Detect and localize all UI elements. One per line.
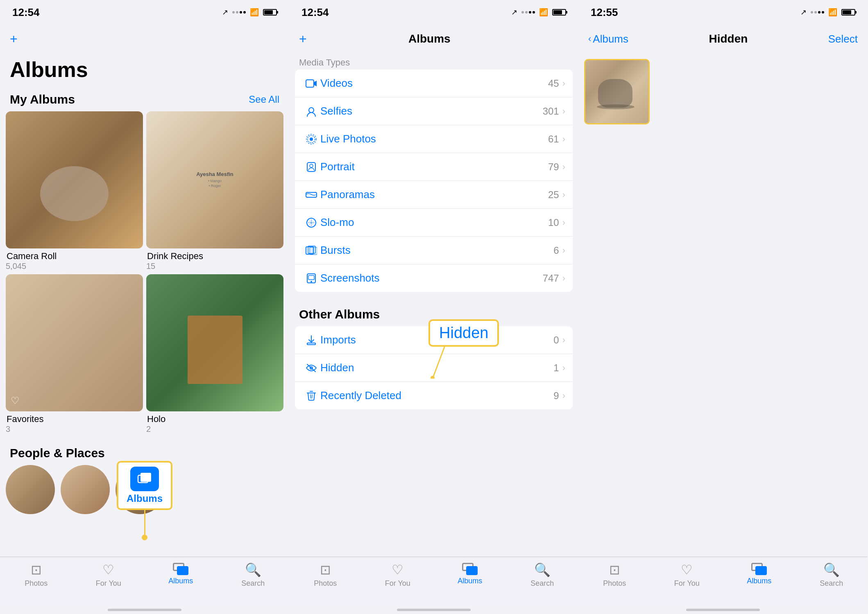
my-albums-header: My Albums See All [0,88,289,111]
signal-icon-2 [521,11,535,14]
home-indicator-2 [289,606,578,614]
tab-foryou-2[interactable]: ♡ For You [362,562,434,588]
photos-tab-label: Photos [25,579,48,588]
tab-albums-1[interactable]: Albums [145,562,217,585]
signal-icon [232,11,246,14]
people-places-title: People & Places [10,446,105,460]
album-card-holo[interactable]: Holo 2 [146,274,283,434]
portrait-icon [302,162,320,172]
chevron-icon-screenshots: › [562,273,565,284]
imports-icon [302,335,320,345]
select-button[interactable]: Select [828,33,858,45]
search-tab-icon: 🔍 [245,562,261,578]
albums-tab-label-2: Albums [458,577,482,585]
svg-rect-13 [310,247,317,255]
photos-tab-icon-2: ⊡ [320,562,331,578]
tab-bar-2: ⊡ Photos ♡ For You Albums 🔍 Search [289,557,578,606]
list-count-slomo: 10 [548,217,559,228]
list-count-livephotos: 61 [548,133,559,145]
screenshot-icon [302,273,320,284]
tab-search-1[interactable]: 🔍 Search [217,562,290,588]
list-count-screenshots: 747 [543,273,559,284]
list-name-portrait: Portrait [320,160,548,173]
list-row-portrait[interactable]: Portrait 79 › [295,153,573,181]
chevron-icon-imports: › [562,335,565,345]
photos-tab-label-2: Photos [314,579,337,588]
tab-photos-1[interactable]: ⊡ Photos [0,562,73,588]
chevron-icon-selfies: › [562,106,565,117]
list-row-screenshots[interactable]: Screenshots 747 › [295,264,573,292]
album-card-drink-recipes[interactable]: Ayesha Mesfin • Mango• Roger Drink Recip… [146,111,283,271]
tab-foryou-3[interactable]: ♡ For You [651,562,723,588]
media-types-header: Media Types [289,53,578,70]
albums-list-panel: 12:54 ↗ 📶 + Albums [0,0,289,614]
list-count-hidden: 1 [553,362,559,374]
list-row-slomo[interactable]: Slo-mo 10 › [295,209,573,237]
person-face-2 [61,465,110,514]
list-name-livephotos: Live Photos [320,133,548,145]
tab-foryou-1[interactable]: ♡ For You [73,562,145,588]
hidden-photo-thumb[interactable] [584,59,650,124]
albums-tab-icon-2 [462,562,478,575]
gps-arrow-icon-3: ↗ [800,8,807,17]
list-row-selfies[interactable]: Selfies 301 › [295,97,573,125]
list-row-deleted[interactable]: Recently Deleted 9 › [295,382,573,409]
svg-point-10 [307,218,316,227]
tab-albums-3[interactable]: Albums [723,562,795,585]
albums-front [177,566,188,575]
foryou-tab-label-2: For You [385,579,410,588]
battery-icon [263,9,277,16]
hidden-icon [302,363,320,372]
list-row-panoramas[interactable]: Panoramas 25 › [295,181,573,209]
svg-point-3 [309,108,314,113]
wifi-icon-2: 📶 [539,8,548,17]
list-count-panoramas: 25 [548,189,559,201]
list-count-portrait: 79 [548,161,559,173]
battery-icon-3 [841,9,855,16]
list-row-livephotos[interactable]: Live Photos 61 › [295,125,573,153]
chevron-icon-deleted: › [562,391,565,401]
heart-icon: ♡ [11,395,20,406]
list-count-videos: 45 [548,78,559,89]
panorama-icon [302,191,320,199]
album-grid: Camera Roll 5,045 Ayesha Mesfin • Mango•… [0,111,289,442]
status-icons-1: ↗ 📶 [222,8,277,17]
back-button[interactable]: ‹ Albums [588,33,628,45]
search-tab-label-2: Search [530,579,554,588]
add-button[interactable]: + [10,32,18,47]
add-button-2[interactable]: + [299,32,307,47]
panel-3: 12:55 ↗ 📶 ‹ Albums [578,0,868,614]
person-face-1 [6,465,55,514]
list-count-selfies: 301 [543,106,559,117]
burst-icon [302,246,320,255]
list-row-videos[interactable]: Videos 45 › [295,70,573,97]
chevron-icon-videos: › [562,78,565,89]
status-time-3: 12:55 [591,6,618,19]
tab-albums-2[interactable]: Albums [434,562,506,585]
album-card-favorites[interactable]: ♡ Favorites 3 [6,274,143,434]
list-name-screenshots: Screenshots [320,272,543,284]
svg-rect-17 [307,343,315,345]
status-bar-2: 12:54 ↗ 📶 [289,0,578,25]
home-indicator-1 [0,606,289,614]
panel-1: 12:54 ↗ 📶 + Albums [0,0,289,614]
annotation-dot [142,535,147,540]
list-name-deleted: Recently Deleted [320,389,553,402]
tab-search-2[interactable]: 🔍 Search [506,562,579,588]
search-tab-icon-2: 🔍 [534,562,551,578]
list-count-imports: 0 [553,334,559,346]
media-types-panel: 12:54 ↗ 📶 + Albums [289,0,578,614]
album-thumb-holo [146,274,283,411]
album-thumb-favorites: ♡ [6,274,143,411]
albums-annotation: Albums [117,461,172,540]
chevron-icon-panoramas: › [562,190,565,200]
album-card-camera-roll[interactable]: Camera Roll 5,045 [6,111,143,271]
list-row-bursts[interactable]: Bursts 6 › [295,237,573,264]
tab-photos-2[interactable]: ⊡ Photos [289,562,362,588]
see-all-button[interactable]: See All [249,94,279,105]
tab-photos-3[interactable]: ⊡ Photos [578,562,651,588]
deleted-icon [302,391,320,401]
tab-search-3[interactable]: 🔍 Search [795,562,868,588]
nav-bar-2: + Albums [289,25,578,53]
slomo-icon [302,217,320,228]
